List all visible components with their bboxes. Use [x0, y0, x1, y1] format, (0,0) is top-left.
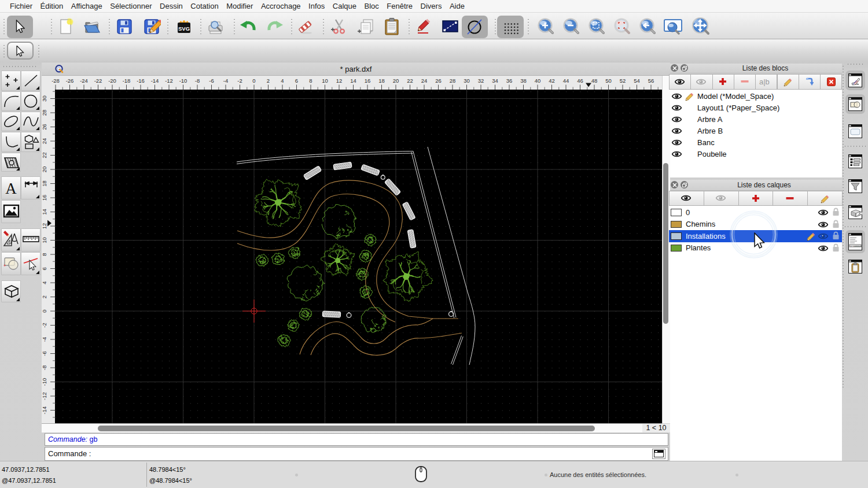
svg-text:46: 46 — [577, 77, 583, 84]
svg-text:-10: -10 — [179, 77, 187, 84]
svg-text:-6: -6 — [42, 351, 47, 356]
svg-text:14: 14 — [350, 77, 356, 84]
svg-text:16: 16 — [365, 77, 371, 84]
svg-text:-8: -8 — [42, 365, 47, 370]
svg-text:-4: -4 — [42, 337, 47, 342]
svg-text:8: 8 — [42, 253, 47, 256]
svg-text:24: 24 — [42, 138, 47, 145]
svg-text:-16: -16 — [137, 77, 145, 84]
svg-text:-12: -12 — [42, 392, 47, 400]
svg-text:34: 34 — [492, 77, 498, 84]
svg-text:SVG: SVG — [178, 25, 190, 32]
svg-text:12: 12 — [42, 223, 47, 230]
svg-text:0: 0 — [42, 309, 47, 312]
svg-text:28: 28 — [450, 77, 456, 84]
svg-text:14: 14 — [42, 209, 47, 215]
svg-text:38: 38 — [520, 77, 527, 84]
svg-text:4: 4 — [281, 77, 284, 84]
svg-text:-4: -4 — [223, 77, 228, 84]
svg-text:16: 16 — [42, 195, 47, 201]
svg-text:8: 8 — [309, 77, 312, 84]
svg-text:30: 30 — [42, 95, 47, 102]
svg-text:-2: -2 — [42, 323, 47, 327]
svg-text:-22: -22 — [94, 77, 102, 84]
svg-text:20: 20 — [393, 77, 399, 84]
svg-text:10: 10 — [42, 237, 47, 243]
svg-text:18: 18 — [42, 180, 47, 187]
svg-text:20: 20 — [42, 167, 47, 173]
svg-text:18: 18 — [378, 77, 385, 84]
svg-text:36: 36 — [506, 77, 513, 84]
svg-text:54: 54 — [634, 77, 640, 84]
svg-text:50: 50 — [605, 77, 612, 84]
svg-text:30: 30 — [464, 77, 470, 84]
svg-text:-14: -14 — [42, 406, 47, 415]
svg-text:26: 26 — [435, 77, 442, 84]
svg-text:56: 56 — [648, 77, 654, 84]
svg-text:2: 2 — [267, 77, 270, 84]
svg-text:44: 44 — [563, 77, 569, 84]
svg-text:32: 32 — [478, 77, 484, 84]
svg-text:40: 40 — [535, 77, 541, 84]
svg-text:-14: -14 — [151, 77, 159, 84]
svg-text:-18: -18 — [123, 77, 131, 84]
svg-text:c : command: c : command — [851, 245, 862, 247]
svg-text:12: 12 — [336, 77, 343, 84]
svg-text:2: 2 — [42, 295, 47, 298]
svg-text:6: 6 — [42, 267, 47, 270]
svg-text:-24: -24 — [80, 77, 88, 84]
svg-text:-6: -6 — [209, 77, 214, 84]
svg-text:-20: -20 — [108, 77, 116, 84]
svg-text:-2: -2 — [237, 77, 242, 84]
svg-text:26: 26 — [42, 124, 47, 130]
svg-text:48: 48 — [591, 77, 598, 84]
svg-text:10: 10 — [322, 77, 328, 84]
svg-text:A: A — [5, 180, 17, 197]
svg-text:-8: -8 — [195, 77, 200, 84]
svg-text:28: 28 — [42, 110, 47, 116]
svg-text:-28: -28 — [52, 77, 60, 84]
svg-text:4: 4 — [42, 281, 47, 284]
svg-text:-26: -26 — [66, 77, 74, 84]
svg-text:22: 22 — [407, 77, 413, 84]
svg-text:52: 52 — [620, 77, 626, 84]
svg-text:0: 0 — [252, 77, 255, 84]
svg-text:6: 6 — [295, 77, 298, 84]
svg-text:22: 22 — [42, 152, 47, 158]
svg-text:-12: -12 — [165, 77, 173, 84]
svg-text:42: 42 — [549, 77, 555, 84]
svg-text:-10: -10 — [42, 378, 47, 386]
svg-text:24: 24 — [421, 77, 428, 84]
